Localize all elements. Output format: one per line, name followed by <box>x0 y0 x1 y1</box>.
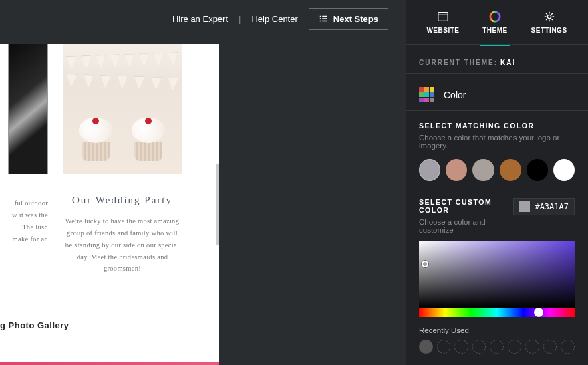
matching-color-heading: SELECT MATCHING COLOR <box>419 122 575 130</box>
checklist-icon <box>319 14 328 23</box>
hire-expert-link[interactable]: Hire an Expert <box>172 14 228 24</box>
recent-swatch-6[interactable] <box>508 340 522 354</box>
gallery-section-title: g Photo Gallery <box>0 320 69 330</box>
card-2-title: Our Wedding Party <box>63 195 182 206</box>
hue-slider[interactable] <box>419 308 575 317</box>
swatch-white[interactable] <box>553 159 575 181</box>
picker-cursor[interactable] <box>422 261 428 267</box>
svg-point-1 <box>490 11 500 21</box>
theme-panel: WEBSITE THEME SETTINGS CURRENT THEME:KAI… <box>406 0 588 365</box>
swatch-tan[interactable] <box>446 159 467 181</box>
swatch-gray[interactable] <box>419 159 440 181</box>
help-center-link[interactable]: Help Center <box>251 14 297 24</box>
recent-swatch-9[interactable] <box>561 340 575 354</box>
hue-cursor[interactable] <box>534 308 543 317</box>
recent-swatch-4[interactable] <box>472 340 486 354</box>
hex-swatch <box>519 201 530 212</box>
matching-color-sub: Choose a color that matches your logo or… <box>419 134 575 150</box>
custom-color-heading: SELECT CUSTOM COLOR <box>419 198 513 214</box>
gear-icon <box>543 11 555 23</box>
card-2-body: We're lucky to have the most amazing gro… <box>63 215 182 275</box>
cupcakes-image <box>69 101 175 161</box>
hex-input[interactable]: #A3A1A7 <box>513 198 575 215</box>
card-2-text: Our Wedding Party We're lucky to have th… <box>63 174 182 275</box>
recent-swatch-7[interactable] <box>525 340 539 354</box>
svg-rect-0 <box>438 12 448 21</box>
bunting-decoration <box>66 54 178 94</box>
website-icon <box>437 11 449 23</box>
custom-color-sub: Choose a color and customize <box>419 218 513 234</box>
gallery-image-1[interactable] <box>8 44 48 174</box>
theme-icon <box>489 11 501 23</box>
current-theme-label: CURRENT THEME:KAI <box>419 59 516 66</box>
tab-settings-label: SETTINGS <box>531 27 567 34</box>
hex-value: #A3A1A7 <box>535 202 569 211</box>
swatch-brown[interactable] <box>500 159 521 181</box>
next-steps-button[interactable]: Next Steps <box>309 8 388 30</box>
gallery-image-2[interactable] <box>63 44 182 174</box>
color-section-label: Color <box>444 90 466 100</box>
color-grid-icon <box>419 87 434 102</box>
card-1-text: ful outdoor w it was the The lush make f… <box>8 174 48 245</box>
website-preview[interactable]: ful outdoor w it was the The lush make f… <box>0 44 219 365</box>
recent-swatch-3[interactable] <box>454 340 468 354</box>
recent-swatch-2[interactable] <box>437 340 451 354</box>
next-steps-label: Next Steps <box>333 14 378 24</box>
swatch-black[interactable] <box>527 159 548 181</box>
tab-theme[interactable]: THEME <box>480 4 510 41</box>
recent-swatch-8[interactable] <box>543 340 557 354</box>
svg-point-2 <box>547 15 551 18</box>
recently-used-label: Recently Used <box>419 326 575 334</box>
color-picker-area[interactable] <box>419 241 575 308</box>
tab-website[interactable]: WEBSITE <box>424 4 462 41</box>
separator: | <box>239 14 241 24</box>
tab-theme-label: THEME <box>482 27 508 34</box>
tab-website-label: WEBSITE <box>426 27 459 34</box>
swatch-beige[interactable] <box>472 159 494 181</box>
recent-swatch-1[interactable] <box>419 340 433 354</box>
recent-swatch-5[interactable] <box>490 340 504 354</box>
color-section-button[interactable]: Color <box>419 84 575 105</box>
accent-bar <box>0 362 219 365</box>
tab-settings[interactable]: SETTINGS <box>529 4 570 41</box>
